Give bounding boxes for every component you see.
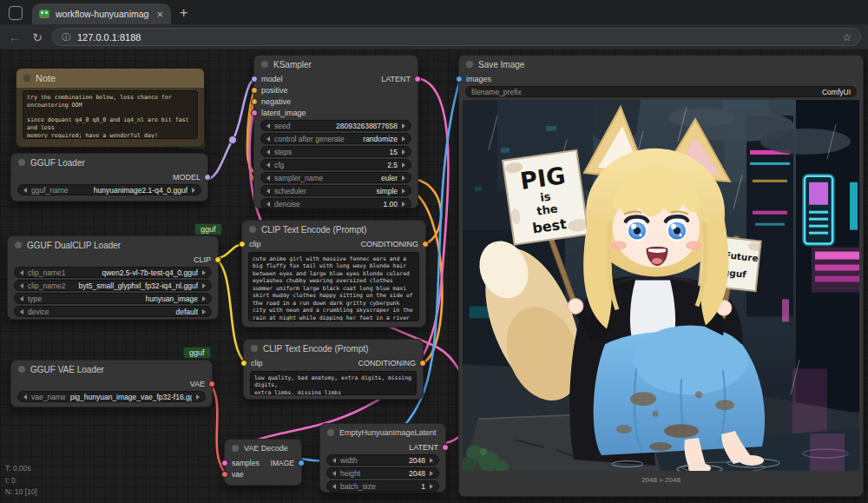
node-vae-loader[interactable]: GGUF VAE Loader VAE vae_name pig_hunyuan… — [10, 360, 213, 407]
node-header[interactable]: GGUF Loader — [11, 154, 207, 171]
positive-prompt-text[interactable]: cute anime girl with massive fennec ears… — [248, 252, 419, 321]
collapse-dot-icon[interactable] — [327, 429, 334, 436]
collapse-dot-icon[interactable] — [15, 242, 22, 248]
node-header[interactable]: KSampler — [254, 56, 418, 73]
prev-arrow-icon[interactable] — [20, 296, 23, 301]
widget-clip-name2[interactable]: clip_name2 byt5_small_glyphxl_fp32-iq4_n… — [14, 280, 212, 291]
input-slot-negative[interactable] — [251, 98, 258, 105]
prev-arrow-icon[interactable] — [266, 136, 270, 142]
output-slot-conditioning[interactable] — [419, 360, 426, 367]
node-header[interactable]: CLIP Text Encode (Prompt) — [244, 340, 423, 357]
node-vae-decode[interactable]: VAE Decode samples IMAGE vae — [224, 439, 302, 486]
next-arrow-icon[interactable] — [192, 188, 195, 193]
widget-seed[interactable]: seed 280932638877658 — [260, 120, 411, 131]
next-arrow-icon[interactable] — [202, 309, 206, 314]
next-arrow-icon[interactable] — [402, 162, 405, 168]
input-slot-images[interactable] — [456, 76, 463, 83]
node-note-header[interactable]: Note — [16, 69, 204, 88]
node-gguf-loader[interactable]: GGUF Loader MODEL gguf_name hunyuanimage… — [10, 153, 208, 202]
node-empty-latent[interactable]: EmptyHunyuanImageLatent LATENT width 204… — [319, 423, 446, 493]
collapse-dot-icon[interactable] — [466, 61, 473, 68]
negative-prompt-text[interactable]: low quality, bad anatomy, extra digits, … — [250, 371, 417, 395]
prev-arrow-icon[interactable] — [266, 202, 270, 207]
collapse-dot-icon[interactable] — [23, 75, 30, 82]
next-arrow-icon[interactable] — [430, 484, 433, 489]
prev-arrow-icon[interactable] — [23, 188, 27, 193]
input-slot-clip[interactable] — [240, 360, 247, 367]
next-arrow-icon[interactable] — [430, 458, 433, 463]
back-icon[interactable]: ← — [7, 30, 23, 44]
widget-device[interactable]: device default — [14, 306, 212, 317]
input-slot-positive[interactable] — [251, 87, 258, 94]
collapse-dot-icon[interactable] — [18, 366, 25, 373]
node-note[interactable]: Note try the combination below, less cha… — [16, 68, 205, 148]
site-info-icon[interactable]: ⓘ — [62, 31, 70, 43]
next-arrow-icon[interactable] — [402, 136, 405, 142]
widget-denoise[interactable]: denoise 1.00 — [260, 198, 411, 209]
widget-cfg[interactable]: cfg 2.5 — [260, 159, 411, 170]
collapse-dot-icon[interactable] — [261, 61, 268, 68]
widget-scheduler[interactable]: scheduler simple — [260, 185, 411, 196]
node-header[interactable]: GGUF VAE Loader — [11, 361, 212, 378]
prev-arrow-icon[interactable] — [332, 484, 336, 489]
widget-sampler-name[interactable]: sampler_name euler — [260, 172, 411, 183]
output-slot-vae[interactable] — [208, 381, 215, 387]
url-bar[interactable]: ⓘ 127.0.0.1:8188 ☆ — [52, 28, 861, 46]
input-slot-clip[interactable] — [239, 241, 246, 248]
widget-vae-name[interactable]: vae_name pig_hunyuan_image_vae_fp32-f16.… — [17, 391, 206, 402]
output-slot-latent[interactable] — [442, 444, 449, 451]
widget-clip-name1[interactable]: clip_name1 qwen2.5-vl-7b-test-q4_0.gguf — [14, 267, 212, 278]
tab-layout-icon[interactable] — [9, 6, 23, 20]
input-slot-samples[interactable] — [221, 460, 228, 467]
image-preview[interactable]: PIG is the best The Future is gguf — [463, 100, 859, 471]
next-arrow-icon[interactable] — [202, 283, 206, 288]
prev-arrow-icon[interactable] — [332, 471, 336, 476]
widget-height[interactable]: height 2048 — [326, 467, 439, 479]
next-arrow-icon[interactable] — [430, 471, 433, 476]
comfyui-canvas[interactable]: gguf gguf gguf Note try the combination … — [0, 50, 868, 503]
collapse-dot-icon[interactable] — [251, 345, 258, 352]
next-arrow-icon[interactable] — [402, 202, 405, 207]
note-text[interactable]: try the combination below, less chance f… — [23, 90, 198, 139]
node-header[interactable]: CLIP Text Encode (Prompt) — [242, 221, 425, 238]
next-arrow-icon[interactable] — [202, 270, 206, 275]
node-clip-encode-positive[interactable]: CLIP Text Encode (Prompt) clip CONDITION… — [241, 220, 426, 328]
widget-control-after-generate[interactable]: control after generate randomize — [260, 133, 411, 144]
next-arrow-icon[interactable] — [402, 123, 405, 129]
prev-arrow-icon[interactable] — [20, 283, 23, 288]
collapse-dot-icon[interactable] — [232, 445, 239, 452]
bookmark-star-icon[interactable]: ☆ — [842, 31, 852, 43]
output-slot-clip[interactable] — [214, 256, 221, 263]
node-dualclip-loader[interactable]: GGUF DualCLIP Loader CLIP clip_name1 qwe… — [7, 235, 219, 320]
reload-icon[interactable]: ↻ — [30, 30, 45, 44]
next-arrow-icon[interactable] — [196, 394, 200, 400]
output-slot-image[interactable] — [298, 460, 305, 467]
output-slot-model[interactable] — [204, 174, 211, 181]
widget-type[interactable]: type hunyuan_image — [14, 293, 212, 304]
next-arrow-icon[interactable] — [402, 149, 405, 155]
input-slot-model[interactable] — [251, 76, 258, 83]
prev-arrow-icon[interactable] — [20, 270, 23, 275]
tab-close-icon[interactable]: × — [155, 9, 165, 20]
node-header[interactable]: VAE Decode — [225, 440, 301, 457]
output-slot-conditioning[interactable] — [422, 241, 429, 248]
node-header[interactable]: GGUF DualCLIP Loader — [8, 236, 218, 254]
node-header[interactable]: EmptyHunyuanImageLatent — [320, 424, 445, 441]
prev-arrow-icon[interactable] — [266, 123, 270, 129]
prev-arrow-icon[interactable] — [266, 189, 270, 194]
next-arrow-icon[interactable] — [402, 175, 405, 181]
node-clip-encode-negative[interactable]: CLIP Text Encode (Prompt) clip CONDITION… — [243, 339, 424, 400]
prev-arrow-icon[interactable] — [20, 309, 23, 314]
widget-width[interactable]: width 2048 — [326, 454, 439, 466]
widget-batch-size[interactable]: batch_size 1 — [326, 480, 439, 492]
prev-arrow-icon[interactable] — [266, 149, 270, 155]
browser-tab[interactable]: workflow-hunyuanimage × — [32, 3, 171, 24]
next-arrow-icon[interactable] — [202, 296, 206, 301]
node-save-image[interactable]: Save Image images filename_prefix ComfyU… — [458, 55, 864, 497]
input-slot-vae[interactable] — [221, 471, 228, 478]
widget-gguf-name[interactable]: gguf_name hunyuanimage2.1-q4_0.gguf — [17, 184, 201, 195]
prev-arrow-icon[interactable] — [332, 458, 336, 463]
collapse-dot-icon[interactable] — [249, 226, 256, 233]
prev-arrow-icon[interactable] — [266, 162, 270, 168]
collapse-dot-icon[interactable] — [18, 159, 25, 166]
